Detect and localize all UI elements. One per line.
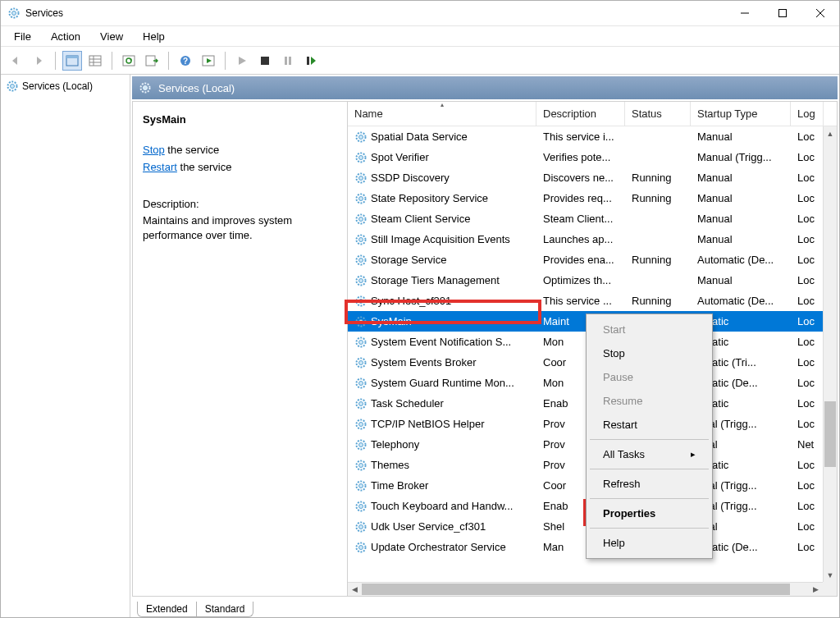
column-header[interactable]: Name▴ — [348, 102, 536, 126]
context-menu-item[interactable]: Help — [588, 531, 710, 555]
gear-icon — [354, 336, 368, 349]
scroll-thumb-h[interactable] — [362, 584, 790, 595]
context-menu-item[interactable]: All Tasks▸ — [588, 442, 710, 466]
service-name-cell: Touch Keyboard and Handw... — [371, 500, 513, 512]
gear-icon — [354, 172, 368, 185]
svg-point-53 — [359, 401, 363, 405]
context-menu-item[interactable]: Stop — [588, 341, 710, 365]
description-text: Maintains and improves system performanc… — [143, 213, 337, 243]
scroll-left-arrow[interactable]: ◀ — [348, 583, 362, 596]
svg-point-1 — [12, 11, 16, 16]
back-button[interactable] — [6, 51, 25, 71]
context-menu-item[interactable]: Properties — [588, 501, 710, 525]
svg-rect-8 — [89, 56, 101, 66]
toolbar-list-button[interactable] — [85, 51, 105, 71]
service-name-cell: System Events Broker — [371, 356, 477, 369]
svg-point-23 — [11, 85, 15, 89]
toolbar-properties-button[interactable] — [199, 51, 218, 71]
service-name-cell: Time Broker — [371, 479, 428, 492]
svg-point-63 — [359, 504, 363, 508]
scroll-right-arrow[interactable]: ▶ — [809, 583, 823, 596]
service-row[interactable]: Spatial Data ServiceThis service i...Man… — [348, 126, 837, 147]
stop-link[interactable]: Stop — [143, 144, 165, 156]
minimize-button[interactable] — [726, 1, 764, 25]
context-menu-item: Pause — [588, 365, 710, 389]
context-menu-item: Start — [588, 318, 710, 341]
service-name-cell: Sync Host_cf301 — [371, 295, 451, 307]
tree-item-services[interactable]: Services (Local) — [2, 78, 128, 94]
restart-link[interactable]: Restart — [143, 161, 177, 173]
service-name-cell: State Repository Service — [371, 192, 488, 204]
pause-service-button[interactable] — [278, 51, 298, 71]
gear-icon — [354, 295, 368, 308]
column-header[interactable]: Status — [625, 102, 691, 126]
svg-point-37 — [359, 237, 363, 241]
service-row[interactable]: State Repository ServiceProvides req...R… — [348, 188, 837, 208]
service-name-cell: SysMain — [371, 315, 412, 327]
start-service-button[interactable] — [232, 51, 252, 71]
window-title: Services — [25, 7, 63, 19]
service-row[interactable]: Sync Host_cf301This service ...RunningAu… — [348, 291, 837, 311]
context-menu-item[interactable]: Restart — [588, 413, 710, 437]
service-row[interactable]: SSDP DiscoveryDiscovers ne...RunningManu… — [348, 167, 837, 188]
svg-point-45 — [359, 319, 363, 323]
svg-point-27 — [359, 135, 363, 139]
svg-point-35 — [359, 217, 363, 221]
svg-rect-7 — [66, 56, 78, 58]
context-menu-item: Resume — [588, 389, 710, 413]
gear-icon — [354, 377, 368, 390]
svg-rect-12 — [123, 56, 135, 66]
column-header[interactable]: Log — [791, 102, 824, 126]
menubar: File Action View Help — [1, 26, 839, 47]
service-name-cell: Themes — [371, 459, 409, 471]
titlebar: Services — [1, 1, 839, 26]
column-header[interactable]: Startup Type — [691, 102, 791, 126]
tabstrip: Extended Standard — [130, 597, 839, 617]
maximize-button[interactable] — [764, 1, 801, 25]
menu-view[interactable]: View — [94, 29, 130, 44]
horizontal-scrollbar[interactable]: ◀ ▶ — [348, 582, 823, 596]
tab-extended[interactable]: Extended — [137, 602, 197, 617]
service-row[interactable]: Steam Client ServiceSteam Client...Manua… — [348, 208, 837, 229]
gear-icon — [354, 397, 368, 410]
svg-point-55 — [359, 422, 363, 426]
service-name-cell: Update Orchestrator Service — [371, 541, 506, 553]
close-button[interactable] — [801, 1, 839, 25]
service-row[interactable]: Spot VerifierVerifies pote...Manual (Tri… — [348, 147, 837, 167]
svg-point-31 — [359, 176, 363, 180]
scroll-up-arrow[interactable]: ▲ — [824, 126, 837, 140]
service-row[interactable]: Storage ServiceProvides ena...RunningAut… — [348, 249, 837, 270]
gear-icon — [6, 80, 19, 93]
menu-action[interactable]: Action — [44, 29, 87, 44]
scroll-thumb[interactable] — [824, 401, 836, 467]
context-menu: StartStopPauseResumeRestartAll Tasks▸Ref… — [586, 314, 713, 559]
service-name-cell: Spot Verifier — [371, 151, 429, 163]
service-name-cell: Still Image Acquisition Events — [371, 233, 510, 245]
menu-file[interactable]: File — [7, 29, 38, 44]
svg-point-25 — [144, 86, 148, 90]
service-name-cell: Spatial Data Service — [371, 130, 468, 143]
service-row[interactable]: Storage Tiers ManagementOptimizes th...M… — [348, 270, 837, 291]
scroll-down-arrow[interactable]: ▼ — [824, 568, 837, 582]
help-button[interactable]: ? — [176, 51, 195, 71]
svg-rect-21 — [307, 57, 309, 65]
menu-help[interactable]: Help — [136, 29, 171, 44]
svg-point-61 — [359, 483, 363, 488]
stop-service-button[interactable] — [255, 51, 275, 71]
gear-icon — [354, 459, 368, 472]
gear-icon — [354, 356, 368, 369]
tab-standard[interactable]: Standard — [196, 602, 254, 617]
detail-left: SysMain Stop the service Restart the ser… — [133, 102, 348, 596]
service-name-cell: Storage Tiers Management — [371, 274, 500, 286]
export-button[interactable] — [142, 51, 162, 71]
service-row[interactable]: Still Image Acquisition EventsLaunches a… — [348, 229, 837, 249]
column-header[interactable]: Description — [536, 102, 625, 126]
tree-pane: Services (Local) — [1, 75, 130, 617]
toolbar-detail-button[interactable] — [62, 51, 82, 71]
refresh-button[interactable] — [119, 51, 139, 71]
restart-service-button[interactable] — [301, 51, 321, 71]
forward-button[interactable] — [29, 51, 48, 71]
context-menu-item[interactable]: Refresh — [588, 472, 710, 496]
gear-icon — [354, 438, 368, 451]
vertical-scrollbar[interactable]: ▲ ▼ — [823, 126, 837, 582]
